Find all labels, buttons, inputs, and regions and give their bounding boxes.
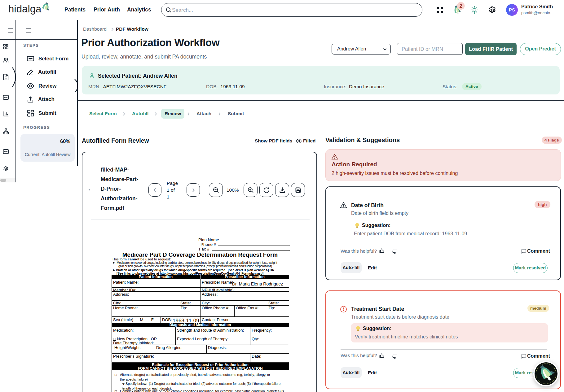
svg-text:2: 2 <box>460 3 462 9</box>
